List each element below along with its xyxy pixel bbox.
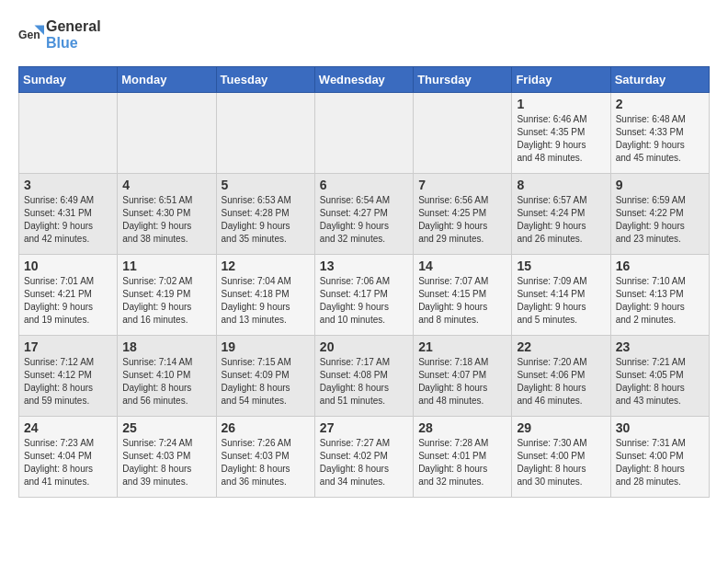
day-number: 9: [616, 178, 704, 192]
day-number: 4: [122, 178, 210, 192]
day-number: 10: [24, 259, 112, 273]
calendar-cell: 19Sunrise: 7:15 AM Sunset: 4:09 PM Dayli…: [216, 336, 314, 417]
calendar-week-row: 10Sunrise: 7:01 AM Sunset: 4:21 PM Dayli…: [19, 255, 710, 336]
calendar-cell: 2Sunrise: 6:48 AM Sunset: 4:33 PM Daylig…: [610, 93, 709, 174]
day-info: Sunrise: 7:04 AM Sunset: 4:18 PM Dayligh…: [222, 275, 310, 327]
calendar-cell: 28Sunrise: 7:28 AM Sunset: 4:01 PM Dayli…: [414, 417, 512, 498]
day-info: Sunrise: 7:09 AM Sunset: 4:14 PM Dayligh…: [517, 275, 605, 327]
weekday-header-thursday: Thursday: [414, 67, 512, 93]
weekday-header-row: SundayMondayTuesdayWednesdayThursdayFrid…: [19, 67, 710, 93]
day-info: Sunrise: 7:18 AM Sunset: 4:07 PM Dayligh…: [418, 356, 506, 408]
day-info: Sunrise: 7:31 AM Sunset: 4:00 PM Dayligh…: [616, 437, 704, 488]
calendar-week-row: 17Sunrise: 7:12 AM Sunset: 4:12 PM Dayli…: [19, 336, 710, 417]
calendar-cell: 18Sunrise: 7:14 AM Sunset: 4:10 PM Dayli…: [118, 336, 216, 417]
day-info: Sunrise: 6:59 AM Sunset: 4:22 PM Dayligh…: [616, 194, 704, 246]
day-info: Sunrise: 7:12 AM Sunset: 4:12 PM Dayligh…: [24, 356, 112, 408]
calendar-cell: 20Sunrise: 7:17 AM Sunset: 4:08 PM Dayli…: [314, 336, 413, 417]
calendar-cell: [19, 93, 118, 174]
day-info: Sunrise: 7:17 AM Sunset: 4:08 PM Dayligh…: [320, 356, 408, 408]
day-info: Sunrise: 7:24 AM Sunset: 4:03 PM Dayligh…: [122, 437, 210, 488]
day-info: Sunrise: 7:06 AM Sunset: 4:17 PM Dayligh…: [320, 275, 408, 327]
day-info: Sunrise: 7:02 AM Sunset: 4:19 PM Dayligh…: [122, 275, 210, 327]
day-number: 19: [222, 339, 310, 354]
day-number: 23: [616, 339, 704, 354]
calendar-cell: 6Sunrise: 6:54 AM Sunset: 4:27 PM Daylig…: [314, 174, 413, 255]
calendar-cell: [118, 93, 216, 174]
day-info: Sunrise: 7:01 AM Sunset: 4:21 PM Dayligh…: [24, 275, 112, 327]
day-number: 22: [517, 339, 605, 354]
day-info: Sunrise: 7:30 AM Sunset: 4:00 PM Dayligh…: [517, 437, 605, 488]
day-number: 17: [24, 339, 112, 354]
weekday-header-monday: Monday: [118, 67, 216, 93]
calendar-cell: 29Sunrise: 7:30 AM Sunset: 4:00 PM Dayli…: [512, 417, 610, 498]
calendar-cell: 8Sunrise: 6:57 AM Sunset: 4:24 PM Daylig…: [512, 174, 610, 255]
day-number: 5: [222, 178, 310, 192]
calendar-cell: 24Sunrise: 7:23 AM Sunset: 4:04 PM Dayli…: [19, 417, 118, 498]
day-info: Sunrise: 7:28 AM Sunset: 4:01 PM Dayligh…: [418, 437, 506, 488]
day-number: 3: [24, 178, 112, 192]
calendar-week-row: 1Sunrise: 6:46 AM Sunset: 4:35 PM Daylig…: [19, 93, 710, 174]
day-number: 14: [418, 259, 506, 273]
calendar-cell: 16Sunrise: 7:10 AM Sunset: 4:13 PM Dayli…: [610, 255, 709, 336]
calendar-cell: [314, 93, 413, 174]
day-number: 25: [122, 420, 210, 435]
day-info: Sunrise: 7:27 AM Sunset: 4:02 PM Dayligh…: [320, 437, 408, 488]
calendar-cell: 3Sunrise: 6:49 AM Sunset: 4:31 PM Daylig…: [19, 174, 118, 255]
day-info: Sunrise: 6:56 AM Sunset: 4:25 PM Dayligh…: [418, 194, 506, 246]
weekday-header-saturday: Saturday: [610, 67, 709, 93]
weekday-header-wednesday: Wednesday: [314, 67, 413, 93]
day-number: 20: [320, 339, 408, 354]
day-info: Sunrise: 7:10 AM Sunset: 4:13 PM Dayligh…: [616, 275, 704, 327]
day-info: Sunrise: 7:07 AM Sunset: 4:15 PM Dayligh…: [418, 275, 506, 327]
day-info: Sunrise: 6:51 AM Sunset: 4:30 PM Dayligh…: [122, 194, 210, 246]
calendar-cell: 25Sunrise: 7:24 AM Sunset: 4:03 PM Dayli…: [118, 417, 216, 498]
calendar-cell: 4Sunrise: 6:51 AM Sunset: 4:30 PM Daylig…: [118, 174, 216, 255]
calendar-cell: [414, 93, 512, 174]
day-number: 6: [320, 178, 408, 192]
logo-general-text: General: [46, 18, 101, 34]
day-info: Sunrise: 6:46 AM Sunset: 4:35 PM Dayligh…: [517, 113, 605, 165]
day-number: 12: [222, 259, 310, 273]
calendar-cell: 13Sunrise: 7:06 AM Sunset: 4:17 PM Dayli…: [314, 255, 413, 336]
day-number: 27: [320, 420, 408, 435]
calendar-cell: 26Sunrise: 7:26 AM Sunset: 4:03 PM Dayli…: [216, 417, 314, 498]
day-number: 15: [517, 259, 605, 273]
calendar-cell: 22Sunrise: 7:20 AM Sunset: 4:06 PM Dayli…: [512, 336, 610, 417]
day-number: 26: [222, 420, 310, 435]
calendar-cell: 11Sunrise: 7:02 AM Sunset: 4:19 PM Dayli…: [118, 255, 216, 336]
page-header: Gen General Blue: [18, 18, 710, 52]
day-info: Sunrise: 6:48 AM Sunset: 4:33 PM Dayligh…: [616, 113, 704, 165]
day-info: Sunrise: 7:20 AM Sunset: 4:06 PM Dayligh…: [517, 356, 605, 408]
calendar-cell: 10Sunrise: 7:01 AM Sunset: 4:21 PM Dayli…: [19, 255, 118, 336]
calendar-cell: 27Sunrise: 7:27 AM Sunset: 4:02 PM Dayli…: [314, 417, 413, 498]
calendar-week-row: 24Sunrise: 7:23 AM Sunset: 4:04 PM Dayli…: [19, 417, 710, 498]
calendar-table: SundayMondayTuesdayWednesdayThursdayFrid…: [18, 66, 710, 498]
calendar-cell: 9Sunrise: 6:59 AM Sunset: 4:22 PM Daylig…: [610, 174, 709, 255]
day-number: 24: [24, 420, 112, 435]
weekday-header-sunday: Sunday: [19, 67, 118, 93]
day-info: Sunrise: 7:15 AM Sunset: 4:09 PM Dayligh…: [222, 356, 310, 408]
day-number: 11: [122, 259, 210, 273]
day-number: 13: [320, 259, 408, 273]
calendar-cell: 17Sunrise: 7:12 AM Sunset: 4:12 PM Dayli…: [19, 336, 118, 417]
day-info: Sunrise: 7:21 AM Sunset: 4:05 PM Dayligh…: [616, 356, 704, 408]
logo-icon: Gen: [18, 22, 44, 48]
calendar-cell: 15Sunrise: 7:09 AM Sunset: 4:14 PM Dayli…: [512, 255, 610, 336]
calendar-cell: 21Sunrise: 7:18 AM Sunset: 4:07 PM Dayli…: [414, 336, 512, 417]
day-number: 30: [616, 420, 704, 435]
day-info: Sunrise: 6:49 AM Sunset: 4:31 PM Dayligh…: [24, 194, 112, 246]
calendar-cell: 14Sunrise: 7:07 AM Sunset: 4:15 PM Dayli…: [414, 255, 512, 336]
day-number: 7: [418, 178, 506, 192]
weekday-header-tuesday: Tuesday: [216, 67, 314, 93]
day-info: Sunrise: 6:53 AM Sunset: 4:28 PM Dayligh…: [222, 194, 310, 246]
day-number: 16: [616, 259, 704, 273]
day-number: 29: [517, 420, 605, 435]
calendar-cell: 23Sunrise: 7:21 AM Sunset: 4:05 PM Dayli…: [610, 336, 709, 417]
calendar-cell: 5Sunrise: 6:53 AM Sunset: 4:28 PM Daylig…: [216, 174, 314, 255]
svg-text:Gen: Gen: [18, 29, 40, 41]
weekday-header-friday: Friday: [512, 67, 610, 93]
calendar-cell: 7Sunrise: 6:56 AM Sunset: 4:25 PM Daylig…: [414, 174, 512, 255]
logo-blue-text: Blue: [46, 35, 78, 51]
calendar-cell: 12Sunrise: 7:04 AM Sunset: 4:18 PM Dayli…: [216, 255, 314, 336]
day-info: Sunrise: 7:26 AM Sunset: 4:03 PM Dayligh…: [222, 437, 310, 488]
